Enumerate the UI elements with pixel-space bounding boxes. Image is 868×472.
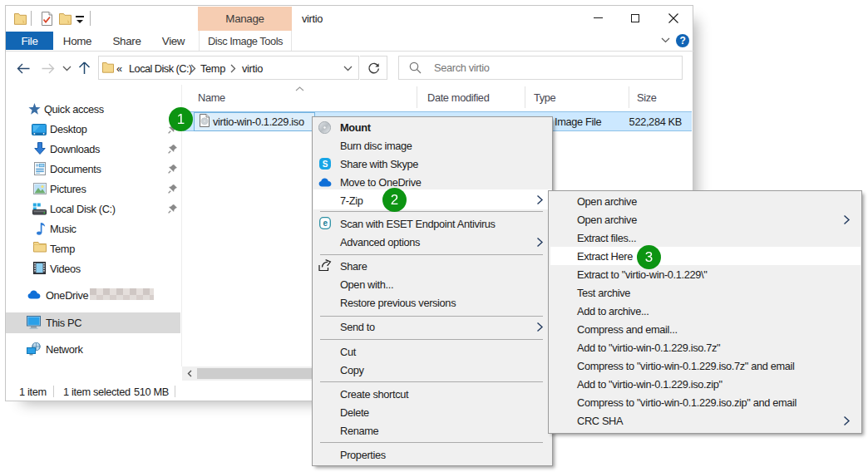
svg-text:S: S bbox=[323, 160, 328, 169]
svg-text:e: e bbox=[323, 219, 328, 228]
